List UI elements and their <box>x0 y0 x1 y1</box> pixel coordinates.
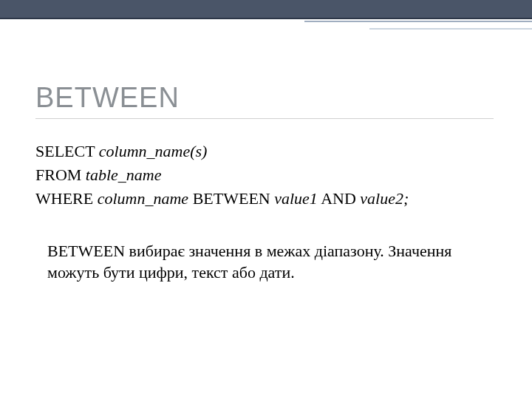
sql-identifier: value1 <box>274 189 318 208</box>
sql-line-3: WHERE column_name BETWEEN value1 AND val… <box>35 187 502 211</box>
sql-identifier: value2; <box>360 189 409 208</box>
sql-keyword: BETWEEN <box>188 189 274 208</box>
sql-syntax-block: SELECT column_name(s) FROM table_name WH… <box>35 140 502 211</box>
sql-line-2: FROM table_name <box>35 163 502 187</box>
sql-identifier: column_name <box>98 189 188 208</box>
page-title: BETWEEN <box>35 82 502 114</box>
sql-identifier: column_name(s) <box>99 142 208 160</box>
sql-line-1: SELECT column_name(s) <box>35 140 502 163</box>
title-underline <box>35 118 494 119</box>
sql-keyword: AND <box>318 189 360 208</box>
accent-lines <box>296 21 532 30</box>
description-text: BETWEEN вибирає значення в межах діапазо… <box>35 240 479 284</box>
sql-keyword: FROM <box>35 166 86 184</box>
sql-identifier: table_name <box>86 166 162 184</box>
sql-keyword: SELECT <box>35 142 99 160</box>
slide-content: BETWEEN SELECT column_name(s) FROM table… <box>0 19 532 284</box>
top-bar <box>0 0 532 19</box>
sql-keyword: WHERE <box>35 189 98 208</box>
